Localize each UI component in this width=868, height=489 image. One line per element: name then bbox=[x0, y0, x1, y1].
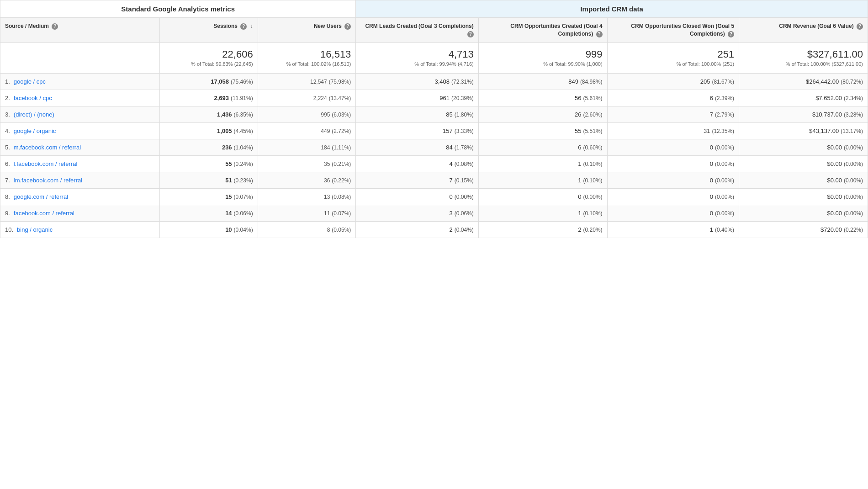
totals-sessions-val: 22,606 bbox=[164, 48, 253, 60]
crm3-val: 0 bbox=[710, 193, 713, 200]
crm1-cell: 4(0.08%) bbox=[356, 156, 478, 172]
new-users-val: 12,547 bbox=[310, 79, 327, 85]
crm3-cell: 0(0.00%) bbox=[607, 139, 739, 156]
totals-crm3-val: 251 bbox=[612, 48, 735, 60]
sessions-pct: (6.35%) bbox=[234, 112, 253, 118]
crm1-val: 85 bbox=[446, 111, 452, 118]
table-row: 2.facebook / cpc2,693(11.91%)2,224(13.47… bbox=[0, 90, 868, 106]
crm3-val: 0 bbox=[710, 210, 713, 217]
crm2-help-icon[interactable]: ? bbox=[596, 31, 603, 37]
row-number: 3. bbox=[5, 111, 10, 118]
crm1-pct: (0.04%) bbox=[455, 227, 474, 233]
col-crm2-label: CRM Opportunities Created (Goal 4 Comple… bbox=[510, 23, 602, 37]
col-new-users: New Users ? bbox=[258, 18, 356, 43]
crm4-help-icon[interactable]: ? bbox=[857, 23, 863, 30]
new-users-pct: (6.03%) bbox=[332, 112, 351, 118]
source-link[interactable]: facebook / cpc bbox=[14, 95, 52, 101]
sessions-pct: (0.07%) bbox=[234, 194, 253, 200]
new-users-help-icon[interactable]: ? bbox=[344, 23, 351, 30]
crm1-val: 0 bbox=[450, 193, 453, 200]
totals-crm3-cell: 251 % of Total: 100.00% (251) bbox=[607, 43, 739, 74]
crm2-val: 6 bbox=[578, 144, 581, 151]
crm3-cell: 31(12.35%) bbox=[607, 123, 739, 139]
crm2-pct: (84.98%) bbox=[580, 79, 603, 85]
new-users-cell: 2,224(13.47%) bbox=[258, 90, 356, 106]
new-users-pct: (0.22%) bbox=[332, 177, 351, 184]
crm2-val: 1 bbox=[578, 177, 581, 184]
row-number: 10. bbox=[5, 226, 13, 233]
source-cell: 8.google.com / referral bbox=[0, 189, 160, 205]
new-users-cell: 36(0.22%) bbox=[258, 172, 356, 189]
sessions-cell: 51(0.23%) bbox=[159, 172, 258, 189]
source-link[interactable]: facebook.com / referral bbox=[14, 210, 74, 217]
analytics-table-container: Standard Google Analytics metrics Import… bbox=[0, 0, 868, 238]
crm3-pct: (0.00%) bbox=[715, 194, 734, 200]
source-link[interactable]: m.facebook.com / referral bbox=[14, 144, 81, 151]
row-number: 2. bbox=[5, 95, 10, 101]
source-link[interactable]: google.com / referral bbox=[14, 193, 68, 200]
source-link[interactable]: (direct) / (none) bbox=[14, 111, 54, 118]
source-cell: 1.google / cpc bbox=[0, 74, 160, 90]
totals-sessions-cell: 22,606 % of Total: 99.83% (22,645) bbox=[159, 43, 258, 74]
crm2-cell: 26(2.60%) bbox=[478, 106, 607, 123]
crm3-pct: (0.40%) bbox=[715, 227, 734, 233]
crm2-pct: (0.10%) bbox=[583, 177, 603, 184]
crm1-pct: (0.15%) bbox=[455, 177, 474, 184]
totals-crm4-val: $327,611.00 bbox=[744, 48, 863, 60]
source-cell: 9.facebook.com / referral bbox=[0, 205, 160, 222]
crm1-val: 3 bbox=[450, 210, 453, 217]
totals-crm4-cell: $327,611.00 % of Total: 100.00% ($327,61… bbox=[739, 43, 868, 74]
crm2-pct: (0.60%) bbox=[583, 144, 603, 151]
crm1-val: 4 bbox=[450, 160, 453, 167]
source-link[interactable]: l.facebook.com / referral bbox=[14, 160, 77, 167]
col-crm3-label: CRM Opportunities Closed Won (Goal 5 Com… bbox=[631, 23, 734, 37]
crm4-pct: (0.00%) bbox=[844, 161, 863, 167]
crm2-val: 55 bbox=[575, 128, 581, 134]
col-crm4-label: CRM Revenue (Goal 6 Value) bbox=[779, 23, 853, 29]
crm2-cell: 55(5.51%) bbox=[478, 123, 607, 139]
crm1-cell: 7(0.15%) bbox=[356, 172, 478, 189]
crm1-help-icon[interactable]: ? bbox=[467, 31, 474, 37]
crm2-val: 26 bbox=[575, 111, 581, 118]
crm4-val: $0.00 bbox=[827, 160, 842, 167]
crm1-pct: (0.06%) bbox=[455, 210, 474, 217]
sessions-pct: (11.91%) bbox=[231, 95, 253, 101]
source-link[interactable]: bing / organic bbox=[17, 226, 53, 233]
sessions-help-icon[interactable]: ? bbox=[240, 23, 247, 30]
new-users-val: 36 bbox=[324, 177, 330, 184]
crm2-val: 849 bbox=[568, 78, 578, 85]
sessions-cell: 17,058(75.46%) bbox=[159, 74, 258, 90]
sessions-cell: 15(0.07%) bbox=[159, 189, 258, 205]
analytics-table: Standard Google Analytics metrics Import… bbox=[0, 0, 868, 238]
crm3-val: 6 bbox=[710, 95, 713, 101]
col-new-users-label: New Users bbox=[314, 23, 342, 29]
crm2-val: 1 bbox=[578, 160, 581, 167]
crm1-val: 7 bbox=[450, 177, 453, 184]
crm2-cell: 2(0.20%) bbox=[478, 222, 607, 238]
crm4-cell: $0.00(0.00%) bbox=[739, 156, 868, 172]
table-row: 3.(direct) / (none)1,436(6.35%)995(6.03%… bbox=[0, 106, 868, 123]
crm2-cell: 56(5.61%) bbox=[478, 90, 607, 106]
section-header-row: Standard Google Analytics metrics Import… bbox=[0, 0, 868, 18]
crm3-val: 31 bbox=[704, 128, 710, 134]
totals-crm1-sub: % of Total: 99.94% (4,716) bbox=[360, 60, 473, 68]
source-link[interactable]: lm.facebook.com / referral bbox=[14, 177, 82, 184]
sessions-val: 2,693 bbox=[214, 95, 229, 101]
crm2-val: 2 bbox=[578, 226, 581, 233]
source-link[interactable]: google / cpc bbox=[14, 78, 46, 85]
section-ga-header: Standard Google Analytics metrics bbox=[0, 0, 356, 18]
crm3-cell: 1(0.40%) bbox=[607, 222, 739, 238]
source-link[interactable]: google / organic bbox=[14, 128, 56, 134]
crm2-val: 56 bbox=[575, 95, 581, 101]
crm3-help-icon[interactable]: ? bbox=[728, 31, 734, 37]
source-help-icon[interactable]: ? bbox=[52, 23, 58, 30]
section-ga-label: Standard Google Analytics metrics bbox=[121, 5, 235, 13]
crm3-val: 0 bbox=[710, 144, 713, 151]
table-row: 10.bing / organic10(0.04%)8(0.05%)2(0.04… bbox=[0, 222, 868, 238]
table-row: 7.lm.facebook.com / referral51(0.23%)36(… bbox=[0, 172, 868, 189]
row-number: 8. bbox=[5, 193, 10, 200]
sort-desc-icon[interactable]: ↓ bbox=[250, 22, 253, 30]
sessions-pct: (0.06%) bbox=[234, 210, 253, 217]
crm4-pct: (0.00%) bbox=[844, 210, 863, 217]
sessions-val: 15 bbox=[225, 193, 232, 200]
